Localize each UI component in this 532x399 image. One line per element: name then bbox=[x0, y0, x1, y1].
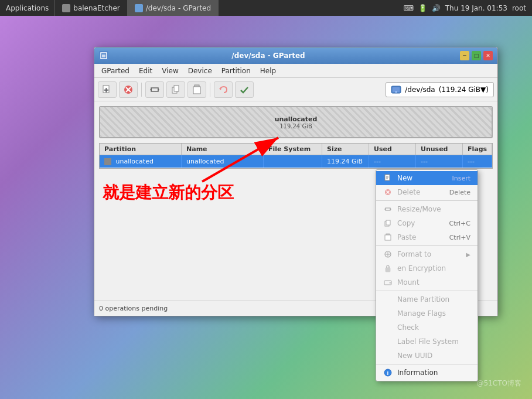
format-submenu-arrow: ▶ bbox=[466, 251, 470, 258]
col-filesystem: File System bbox=[264, 144, 322, 155]
delete-shortcut: Delete bbox=[449, 189, 470, 196]
col-partition: Partition bbox=[100, 144, 182, 155]
context-menu-encryption[interactable]: en Encryption bbox=[376, 261, 478, 275]
context-menu-name[interactable]: Name Partition bbox=[376, 292, 478, 306]
new-shortcut: Insert bbox=[452, 175, 470, 182]
taskbar: Applications balenaEtcher /dev/sda - GPa… bbox=[0, 0, 532, 16]
maximize-button[interactable]: □ bbox=[472, 51, 481, 60]
taskbar-windows: balenaEtcher /dev/sda - GParted bbox=[55, 0, 219, 16]
context-menu-copy[interactable]: Copy Ctrl+C bbox=[376, 216, 478, 230]
gparted-icon bbox=[135, 4, 143, 12]
context-menu-flags[interactable]: Manage Flags bbox=[376, 306, 478, 320]
label-label: Label File System bbox=[397, 337, 459, 346]
col-flags: Flags bbox=[463, 144, 492, 155]
toolbar-copy-btn[interactable] bbox=[166, 81, 185, 98]
toolbar-apply-btn[interactable] bbox=[235, 81, 254, 98]
encryption-icon bbox=[383, 264, 393, 273]
toolbar-resize-btn[interactable] bbox=[145, 81, 164, 98]
context-menu-resize[interactable]: Resize/Move bbox=[376, 202, 478, 216]
context-menu-paste[interactable]: Paste Ctrl+V bbox=[376, 230, 478, 244]
svg-rect-15 bbox=[193, 87, 200, 94]
svg-text:➕: ➕ bbox=[104, 87, 109, 93]
context-menu-check[interactable]: Check bbox=[376, 320, 478, 335]
menu-device[interactable]: Device bbox=[183, 66, 217, 76]
new-icon bbox=[383, 173, 393, 183]
context-menu-label[interactable]: Label File System bbox=[376, 335, 478, 349]
col-used: Used bbox=[369, 144, 416, 155]
disk-label: unallocated bbox=[275, 115, 318, 123]
check-label: Check bbox=[397, 323, 419, 332]
menu-partition[interactable]: Partition bbox=[217, 66, 255, 76]
titlebar-title: /dev/sda - GParted bbox=[112, 52, 425, 60]
partition-header: Partition Name File System Size Used Unu… bbox=[100, 144, 492, 155]
paste-icon bbox=[383, 233, 393, 242]
flags-icon bbox=[383, 309, 393, 318]
svg-marker-28 bbox=[384, 208, 386, 210]
menu-edit[interactable]: Edit bbox=[134, 66, 157, 76]
svg-point-19 bbox=[395, 91, 397, 93]
separator-3 bbox=[376, 291, 478, 291]
context-menu: New Insert Delete Delete bbox=[376, 169, 478, 381]
device-size: (119.24 GiB▼) bbox=[439, 86, 489, 94]
keyboard-icon[interactable]: ⌨ bbox=[403, 4, 413, 12]
toolbar-paste-btn[interactable] bbox=[187, 81, 206, 98]
device-label: /dev/sda bbox=[405, 86, 435, 94]
user-icon[interactable]: root bbox=[512, 4, 526, 12]
taskbar-right: ⌨ 🔋 🔊 Thu 19 Jan. 01:53 root bbox=[397, 0, 532, 16]
applications-menu[interactable]: Applications bbox=[0, 0, 55, 16]
delete-label: Delete bbox=[397, 188, 420, 196]
col-size: Size bbox=[322, 144, 369, 155]
device-selector[interactable]: /dev/sda (119.24 GiB▼) bbox=[386, 82, 494, 97]
menu-view[interactable]: View bbox=[157, 66, 183, 76]
gparted-label: /dev/sda - GParted bbox=[146, 4, 211, 12]
menubar: GParted Edit View Device Partition Help bbox=[94, 64, 497, 78]
mount-icon bbox=[383, 278, 393, 287]
disk-unallocated-block: unallocated 119.24 GiB bbox=[100, 107, 492, 137]
toolbar-new-btn[interactable]: ➕ bbox=[98, 81, 117, 98]
separator-2 bbox=[376, 245, 478, 246]
svg-marker-29 bbox=[390, 208, 391, 210]
partition-row[interactable]: unallocated unallocated 119.24 GiB --- -… bbox=[100, 155, 492, 168]
cell-used: --- bbox=[369, 155, 416, 168]
context-menu-new[interactable]: New Insert bbox=[376, 171, 478, 185]
separator-4 bbox=[376, 364, 478, 364]
taskbar-balena[interactable]: balenaEtcher bbox=[55, 0, 127, 16]
partition-type-icon bbox=[104, 158, 111, 165]
context-menu-uuid[interactable]: New UUID bbox=[376, 349, 478, 363]
titlebar-icon bbox=[99, 51, 108, 60]
label-icon bbox=[383, 337, 393, 346]
toolbar-delete-btn[interactable] bbox=[119, 81, 138, 98]
volume-icon[interactable]: 🔊 bbox=[432, 4, 441, 12]
status-text: 0 operations pending bbox=[99, 305, 168, 312]
taskbar-gparted[interactable]: /dev/sda - GParted bbox=[128, 0, 219, 16]
titlebar: /dev/sda - GParted ─ □ ✕ bbox=[94, 47, 497, 64]
paste-shortcut: Ctrl+V bbox=[449, 234, 470, 241]
battery-icon: 🔋 bbox=[418, 4, 427, 12]
cell-flags: --- bbox=[463, 155, 492, 168]
toolbar-undo-btn[interactable] bbox=[214, 81, 233, 98]
name-icon bbox=[383, 295, 393, 304]
watermark: @51CTO博客 bbox=[477, 378, 521, 388]
context-menu-information[interactable]: i Information bbox=[376, 366, 478, 380]
close-button[interactable]: ✕ bbox=[483, 51, 493, 60]
minimize-button[interactable]: ─ bbox=[460, 51, 469, 60]
balena-label: balenaEtcher bbox=[73, 4, 120, 12]
menu-gparted[interactable]: GParted bbox=[97, 66, 134, 76]
mount-label: Mount bbox=[397, 278, 420, 287]
disk-size-label: 119.24 GiB bbox=[279, 123, 312, 129]
svg-rect-31 bbox=[386, 220, 390, 225]
menu-help[interactable]: Help bbox=[255, 66, 281, 76]
cell-filesystem bbox=[264, 155, 322, 168]
context-menu-delete[interactable]: Delete Delete bbox=[376, 185, 478, 199]
format-label: Format to bbox=[397, 250, 431, 258]
context-menu-format[interactable]: Format to ▶ bbox=[376, 247, 478, 261]
context-menu-mount[interactable]: Mount bbox=[376, 275, 478, 289]
resize-label: Resize/Move bbox=[397, 205, 441, 213]
new-label: New bbox=[397, 174, 412, 182]
col-unused: Unused bbox=[416, 144, 463, 155]
delete-icon bbox=[383, 187, 393, 197]
cell-unused: --- bbox=[416, 155, 463, 168]
format-icon bbox=[383, 250, 393, 259]
information-icon: i bbox=[383, 368, 393, 377]
svg-rect-9 bbox=[151, 88, 158, 91]
